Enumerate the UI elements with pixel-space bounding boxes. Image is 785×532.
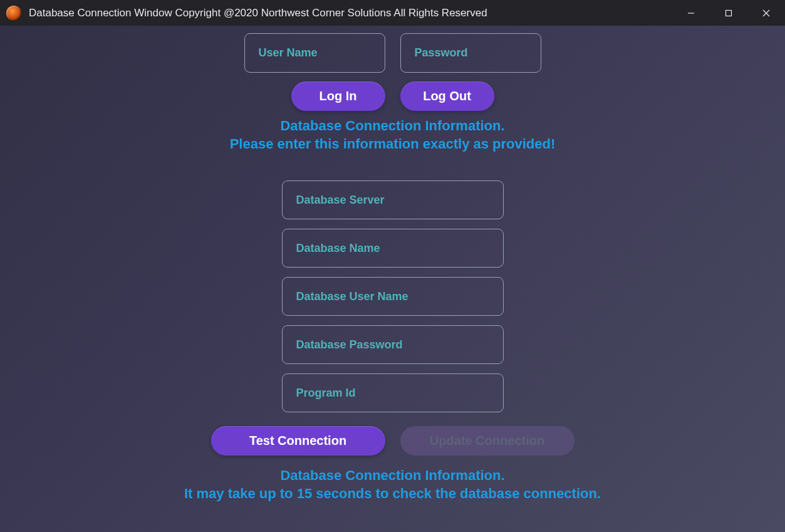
username-input[interactable] — [244, 33, 385, 73]
minimize-icon — [687, 9, 695, 18]
program-id-input[interactable] — [282, 373, 504, 412]
window-controls — [672, 0, 785, 26]
database-password-input[interactable] — [282, 325, 504, 364]
db-info-heading: Database Connection Information. Please … — [230, 117, 556, 153]
db-fields-group — [282, 180, 504, 412]
password-input[interactable] — [400, 33, 541, 73]
test-connection-button[interactable]: Test Connection — [211, 426, 385, 456]
connection-button-row: Test Connection Update Connection — [211, 426, 574, 456]
login-button[interactable]: Log In — [291, 81, 385, 111]
auth-button-row: Log In Log Out — [291, 81, 494, 111]
connection-note-line1: Database Connection Information. — [184, 467, 601, 485]
database-server-input[interactable] — [282, 180, 504, 219]
db-info-line1: Database Connection Information. — [230, 117, 556, 135]
database-name-input[interactable] — [282, 229, 504, 268]
window-title: Database Connection Window Copyright @20… — [29, 7, 487, 19]
minimize-button[interactable] — [672, 0, 710, 26]
update-connection-button: Update Connection — [400, 426, 574, 456]
maximize-icon — [724, 9, 733, 18]
svg-rect-1 — [726, 10, 732, 16]
connection-note: Database Connection Information. It may … — [184, 467, 601, 503]
db-info-line2: Please enter this information exactly as… — [230, 135, 556, 154]
logout-button[interactable]: Log Out — [400, 81, 494, 111]
content-area: Log In Log Out Database Connection Infor… — [0, 26, 785, 532]
database-username-input[interactable] — [282, 277, 504, 316]
connection-note-line2: It may take up to 15 seconds to check th… — [184, 485, 601, 503]
close-button[interactable] — [747, 0, 785, 26]
titlebar: Database Connection Window Copyright @20… — [0, 0, 785, 26]
close-icon — [762, 9, 771, 18]
maximize-button[interactable] — [710, 0, 747, 26]
auth-row — [244, 33, 541, 73]
app-icon — [6, 6, 21, 21]
